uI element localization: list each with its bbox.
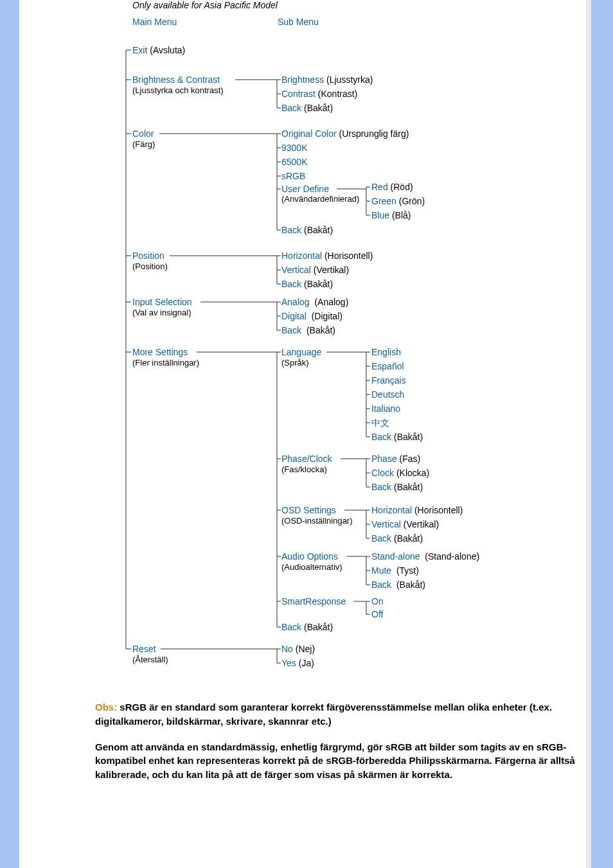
tree-lines [95,0,558,681]
note-block: Obs: sRGB är en standard som garanterar … [95,681,578,782]
document-page: Only available for Asia Pacific Model Ma… [19,0,591,868]
content-area: Only available for Asia Pacific Model Ma… [19,0,591,782]
note-paragraph-2: Genom att använda en standardmässig, enh… [95,740,578,782]
osd-menu-tree: Only available for Asia Pacific Model Ma… [95,0,558,681]
note-obs: Obs: sRGB är en standard som garanterar … [95,700,578,729]
